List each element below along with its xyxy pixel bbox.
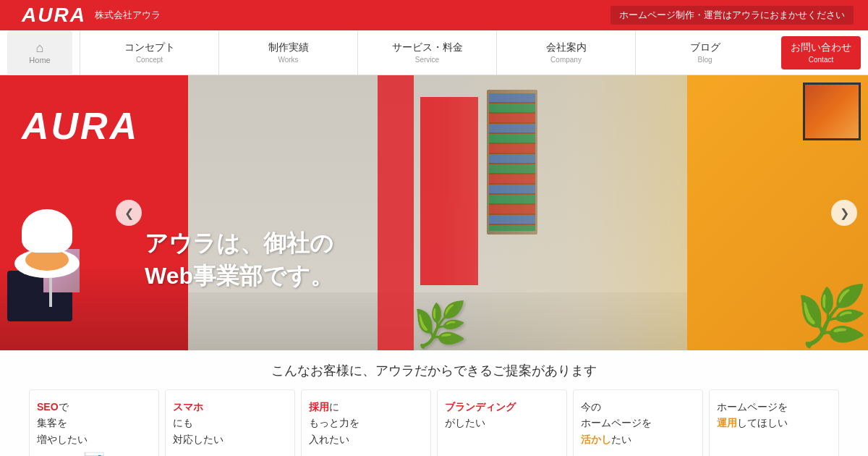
- nav-item-contact[interactable]: お問い合わせ Contact: [781, 36, 861, 69]
- nav-item-service[interactable]: サービス・料金 Service: [357, 30, 496, 75]
- sp-text: にも対応したい: [173, 417, 224, 444]
- hero-logo: AURA: [22, 104, 139, 148]
- nav-service-ja: サービス・料金: [392, 41, 463, 54]
- chair-back: [22, 209, 72, 253]
- hero-text-line2: Web事業部です。: [145, 260, 333, 292]
- hero-arrow-right[interactable]: ❯: [831, 200, 857, 226]
- hero-arrow-left[interactable]: ❮: [116, 200, 142, 226]
- service-card-sp-text: スマホ にも対応したい: [173, 399, 287, 447]
- nav-items: コンセプト Concept 制作実績 Works サービス・料金 Service…: [80, 30, 868, 75]
- sp-highlight: スマホ: [173, 401, 203, 413]
- nav-item-concept[interactable]: コンセプト Concept: [80, 30, 218, 75]
- service-card-operate-text: ホームページを 運用してほしい: [717, 399, 831, 431]
- seo-text1: で: [59, 401, 69, 413]
- nav-works-en: Works: [278, 56, 298, 64]
- service-card-seo[interactable]: SEOで 集客を増やしたい 📊 SEO: [29, 389, 159, 456]
- hero-text-block: アウラは、御社の Web事業部です。: [145, 227, 333, 292]
- brand-highlight: ブランディング: [445, 401, 516, 413]
- nav-home-label: Home: [29, 56, 50, 64]
- service-card-operate[interactable]: ホームページを 運用してほしい ♻: [709, 389, 839, 456]
- service-cards: SEOで 集客を増やしたい 📊 SEO スマホ にも対応したい 📱 採用にもっと…: [14, 389, 854, 456]
- brand-text: がしたい: [445, 417, 485, 428]
- seo-icon-area: 📊 SEO: [83, 447, 105, 456]
- seo-icon: 📊: [83, 452, 105, 456]
- recruit-text-normal: 採用: [309, 401, 329, 413]
- operate-text1: ホームページを: [717, 401, 788, 413]
- photo-overlay: [188, 75, 687, 350]
- nav-blog-ja: ブログ: [690, 41, 720, 54]
- chair-area: [22, 209, 80, 307]
- nav-item-blog[interactable]: ブログ Blog: [635, 30, 774, 75]
- activate-text2: たい: [611, 434, 631, 445]
- home-icon: ⌂: [36, 41, 44, 56]
- hero-section: AURA 🌿: [0, 75, 868, 350]
- bottom-section: こんなお客様に、アウラだからできるご提案があります SEOで 集客を増やしたい …: [0, 350, 868, 456]
- chair-leg: [49, 278, 52, 307]
- service-card-brand-text: ブランディング がしたい: [445, 399, 559, 431]
- service-card-activate[interactable]: 今のホームページを 活かしたい 💡: [573, 389, 703, 456]
- arrow-right-icon: ❯: [840, 206, 849, 220]
- top-tagline: ホームページ制作・運営はアウラにおまかせください: [610, 6, 854, 25]
- operate-text2: してほしい: [737, 417, 788, 428]
- service-card-seo-text: SEOで 集客を増やしたい: [37, 399, 151, 447]
- logo-text: AURA: [22, 4, 86, 27]
- service-card-recruit-text: 採用にもっと力を入れたい: [309, 399, 423, 447]
- nav-contact-ja: お問い合わせ: [791, 41, 851, 54]
- nav-company-ja: 会社案内: [546, 41, 587, 54]
- top-bar: AURA 株式会社アウラ ホームページ制作・運営はアウラにおまかせください: [0, 0, 868, 30]
- service-card-recruit[interactable]: 採用にもっと力を入れたい 👔: [301, 389, 431, 456]
- operate-highlight: 運用: [717, 417, 737, 428]
- service-card-activate-text: 今のホームページを 活かしたい: [581, 399, 695, 447]
- right-plant: 🌿: [796, 282, 868, 350]
- hero-panel-mid: 🌿: [188, 75, 687, 350]
- nav-home-button[interactable]: ⌂ Home: [7, 30, 72, 75]
- logo-ja: 株式会社アウラ: [95, 9, 161, 22]
- activate-highlight: 活かし: [581, 434, 611, 445]
- seo-highlight: SEO: [37, 401, 59, 413]
- service-card-smartphone[interactable]: スマホ にも対応したい 📱: [165, 389, 295, 456]
- nav-blog-en: Blog: [697, 56, 712, 64]
- nav-concept-ja: コンセプト: [124, 41, 175, 54]
- hero-text-line1: アウラは、御社の: [145, 227, 333, 260]
- seo-text2: 集客を増やしたい: [37, 417, 88, 444]
- main-nav: ⌂ Home コンセプト Concept 制作実績 Works サービス・料金 …: [0, 30, 868, 75]
- nav-item-works[interactable]: 制作実績 Works: [218, 30, 357, 75]
- chair-seat: [14, 249, 80, 278]
- nav-works-ja: 制作実績: [268, 41, 309, 54]
- service-card-branding[interactable]: ブランディング がしたい ♛: [437, 389, 567, 456]
- nav-service-en: Service: [415, 56, 439, 64]
- nav-contact-en: Contact: [809, 56, 833, 64]
- top-right-frame: [803, 83, 861, 140]
- activate-text1: 今のホームページを: [581, 401, 652, 428]
- arrow-left-icon: ❮: [124, 206, 134, 220]
- nav-concept-en: Concept: [136, 56, 163, 64]
- nav-company-en: Company: [550, 56, 582, 64]
- logo-area: AURA 株式会社アウラ: [22, 4, 161, 27]
- bottom-headline: こんなお客様に、アウラだからできるご提案があります: [14, 362, 854, 379]
- nav-item-company[interactable]: 会社案内 Company: [496, 30, 635, 75]
